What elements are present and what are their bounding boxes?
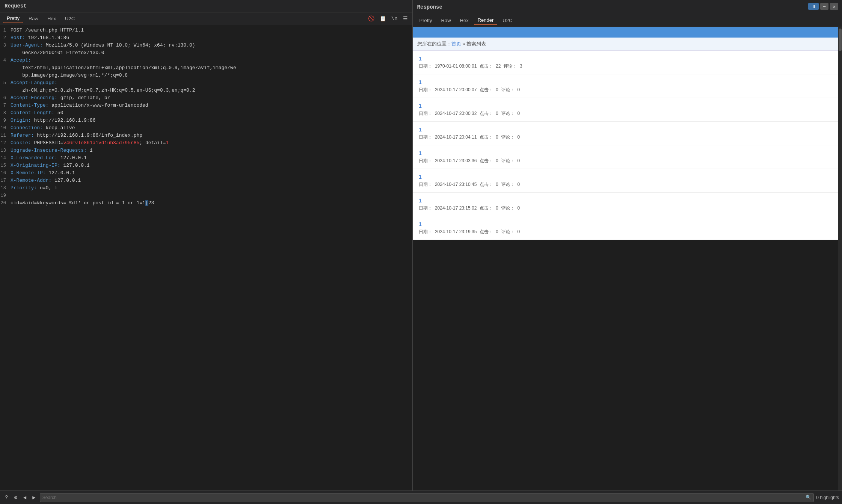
- tab-pretty-request[interactable]: Pretty: [3, 14, 23, 23]
- list-item: 1 日期： 2024-10-17 20:00:07 点击： 0 评论： 0: [413, 74, 842, 98]
- result-clicks: 0: [496, 205, 498, 211]
- result-title[interactable]: 1: [419, 197, 836, 204]
- tab-u2c-response[interactable]: U2C: [499, 16, 516, 25]
- search-input[interactable]: [42, 495, 806, 500]
- list-icon[interactable]: 📋: [378, 15, 388, 23]
- result-comments-label: 评论：: [501, 111, 515, 116]
- search-input-wrap: 🔍: [40, 493, 814, 502]
- breadcrumb-separator: »: [461, 41, 466, 47]
- result-date-label: 日期：: [419, 63, 432, 69]
- request-panel: Request Pretty Raw Hex U2C 🚫 📋 \n ☰ 1 PO…: [0, 0, 413, 490]
- result-clicks: 0: [496, 182, 498, 187]
- result-title[interactable]: 1: [419, 221, 836, 227]
- response-content-wrapper: 您所在的位置：首页 » 搜索列表 1 日期： 1970-01-01 08:00:…: [413, 27, 842, 490]
- result-date: 2024-10-17 23:19:35: [435, 229, 477, 234]
- bottom-bar: ? ⚙ ◀ ▶ 🔍 0 highlights: [0, 490, 842, 504]
- code-line-9: 9 Origin: http://192.168.1.9:86: [0, 117, 412, 124]
- tab-pretty-response[interactable]: Pretty: [416, 16, 436, 25]
- breadcrumb-prefix: 您所在的位置：: [417, 41, 451, 47]
- result-title[interactable]: 1: [419, 150, 836, 156]
- response-blue-bar: [413, 27, 842, 38]
- result-date-label: 日期：: [419, 182, 432, 187]
- breadcrumb-current: 搜索列表: [466, 41, 486, 47]
- code-line-6: 6 Accept-Encoding: gzip, deflate, br: [0, 94, 412, 102]
- result-title[interactable]: 1: [419, 103, 836, 109]
- back-button[interactable]: ◀: [21, 493, 28, 501]
- newline-icon[interactable]: \n: [390, 15, 399, 23]
- result-meta: 日期： 2024-10-17 23:19:35 点击： 0 评论： 0: [419, 229, 836, 235]
- response-tabs-bar: Pretty Raw Hex Render U2C: [413, 14, 842, 27]
- result-comments-label: 评论：: [501, 182, 515, 187]
- code-line-17: 17 X-Remote-Addr: 127.0.0.1: [0, 177, 412, 184]
- tab-u2c-request[interactable]: U2C: [61, 14, 78, 23]
- breadcrumb-home-link[interactable]: 首页: [451, 41, 461, 47]
- minimize-button[interactable]: —: [820, 3, 828, 10]
- result-comments-label: 评论：: [501, 205, 515, 211]
- tab-render-response[interactable]: Render: [474, 16, 498, 25]
- result-date: 2024-10-17 20:00:32: [435, 111, 477, 116]
- request-code-area: 1 POST /search.php HTTP/1.1 2 Host: 192.…: [0, 25, 412, 490]
- result-date-label: 日期：: [419, 87, 432, 92]
- code-line-20: 20 cid=&aid=&keywords=_%df' or post_id =…: [0, 199, 412, 207]
- result-date-label: 日期：: [419, 205, 432, 211]
- result-comments: 0: [517, 205, 520, 211]
- result-meta: 日期： 2024-10-17 23:10:45 点击： 0 评论： 0: [419, 181, 836, 188]
- result-clicks-label: 点击：: [480, 182, 493, 187]
- hide-icon[interactable]: 🚫: [367, 15, 376, 23]
- result-clicks: 0: [496, 134, 498, 140]
- tab-raw-response[interactable]: Raw: [438, 16, 455, 25]
- list-item: 1 日期： 2024-10-17 20:00:32 点击： 0 评论： 0: [413, 98, 842, 122]
- result-comments-label: 评论：: [501, 87, 515, 92]
- result-clicks-label: 点击：: [480, 158, 493, 163]
- result-comments: 0: [517, 134, 520, 140]
- settings-button[interactable]: ⚙: [12, 493, 19, 501]
- list-item: 1 日期： 2024-10-17 23:03:36 点击： 0 评论： 0: [413, 145, 842, 169]
- list-item: 1 日期： 2024-10-17 23:15:02 点击： 0 评论： 0: [413, 193, 842, 216]
- result-comments-label: 评论：: [504, 63, 517, 69]
- search-icon: 🔍: [806, 495, 811, 500]
- breadcrumb: 您所在的位置：首页 » 搜索列表: [413, 38, 842, 51]
- list-item: 1 日期： 2024-10-17 23:19:35 点击： 0 评论： 0: [413, 216, 842, 240]
- result-comments: 0: [517, 229, 520, 234]
- request-tabs-bar: Pretty Raw Hex U2C 🚫 📋 \n ☰: [0, 12, 412, 25]
- menu-icon[interactable]: ☰: [401, 15, 409, 23]
- result-comments: 0: [517, 87, 520, 92]
- code-line-19: 19: [0, 192, 412, 199]
- result-title[interactable]: 1: [419, 126, 836, 133]
- result-date: 1970-01-01 08:00:01: [435, 63, 477, 69]
- forward-button[interactable]: ▶: [30, 493, 37, 501]
- result-title[interactable]: 1: [419, 79, 836, 85]
- result-clicks: 0: [496, 158, 498, 163]
- code-line-5: 5 Accept-Language: zh-CN,zh;q=0.8,zh-TW;…: [0, 79, 412, 94]
- close-button[interactable]: ✕: [830, 3, 838, 10]
- result-meta: 日期： 1970-01-01 08:00:01 点击： 22 评论： 3: [419, 63, 836, 69]
- code-line-1: 1 POST /search.php HTTP/1.1: [0, 27, 412, 34]
- result-date-label: 日期：: [419, 158, 432, 163]
- list-item: 1 日期： 2024-10-17 20:04:11 点击： 0 评论： 0: [413, 122, 842, 145]
- result-meta: 日期： 2024-10-17 23:15:02 点击： 0 评论： 0: [419, 205, 836, 211]
- tab-hex-request[interactable]: Hex: [44, 14, 60, 23]
- result-title[interactable]: 1: [419, 174, 836, 180]
- result-comments: 0: [517, 111, 520, 116]
- code-line-8: 8 Content-Length: 50: [0, 109, 412, 117]
- code-line-4: 4 Accept: text/html,application/xhtml+xm…: [0, 57, 412, 79]
- tab-hex-response[interactable]: Hex: [456, 16, 472, 25]
- result-comments: 0: [517, 182, 520, 187]
- result-clicks: 0: [496, 229, 498, 234]
- list-item: 1 日期： 1970-01-01 08:00:01 点击： 22 评论： 3: [413, 51, 842, 74]
- result-title[interactable]: 1: [419, 55, 836, 62]
- result-clicks: 0: [496, 87, 498, 92]
- tab-raw-request[interactable]: Raw: [25, 14, 42, 23]
- pause-button[interactable]: ⏸: [808, 3, 819, 10]
- response-scrollbar[interactable]: [838, 27, 842, 490]
- code-line-12: 12 Cookie: PHPSESSID=v46rvle861a1vd1ub3a…: [0, 139, 412, 147]
- code-line-11: 11 Referer: http://192.168.1.9:86/info_i…: [0, 132, 412, 139]
- result-comments: 0: [517, 158, 520, 163]
- result-meta: 日期： 2024-10-17 20:00:07 点击： 0 评论： 0: [419, 87, 836, 93]
- code-line-7: 7 Content-Type: application/x-www-form-u…: [0, 102, 412, 109]
- result-clicks-label: 点击：: [480, 134, 493, 140]
- code-line-14: 14 X-Forwarded-For: 127.0.0.1: [0, 154, 412, 162]
- response-panel: Response 📋 \n ☰ Pretty Raw Hex Render U2…: [413, 0, 842, 490]
- help-button[interactable]: ?: [3, 494, 10, 501]
- list-item: 1 日期： 2024-10-17 23:10:45 点击： 0 评论： 0: [413, 169, 842, 193]
